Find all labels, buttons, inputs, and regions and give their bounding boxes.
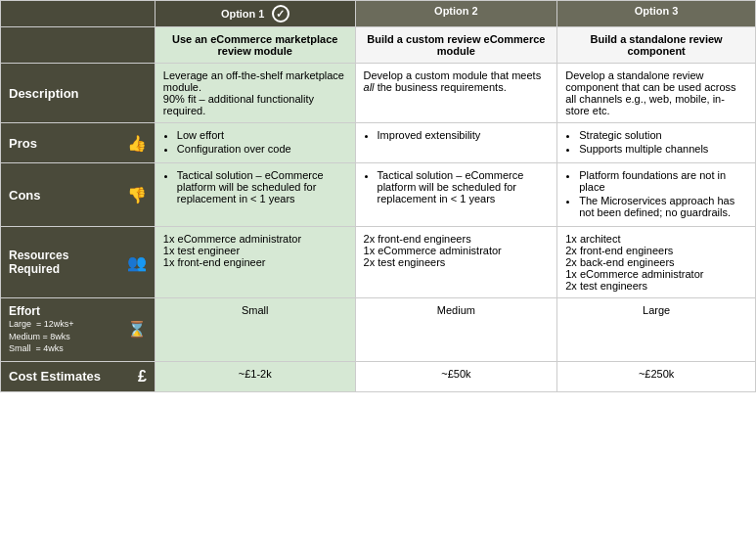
effort-opt2: Medium: [355, 298, 557, 362]
list-item: Platform foundations are not in place: [579, 169, 747, 193]
cons-opt1-list: Tactical solution – eCommerce platform w…: [163, 169, 347, 204]
option2-header-label: Option 2: [434, 5, 478, 17]
pros-opt3: Strategic solution Supports multiple cha…: [557, 123, 756, 163]
subheader-option2: Build a custom review eCommerce module: [355, 27, 557, 64]
effort-opt1-value: Small: [242, 304, 269, 316]
effort-label-cell: Effort Large = 12wks+Medium = 8wksSmall …: [1, 298, 156, 362]
pros-opt1-list: Low effort Configuration over code: [163, 129, 347, 155]
cost-opt3: ~£250k: [557, 361, 756, 391]
description-opt3-text: Develop a standalone review component th…: [565, 69, 735, 116]
cons-opt1: Tactical solution – eCommerce platform w…: [155, 163, 355, 227]
thumbs-up-icon: 👍: [127, 134, 147, 153]
cons-label-cell: Cons 👎: [1, 163, 156, 227]
pros-label: Pros: [9, 136, 37, 151]
option1-checkmark-icon: ✓: [272, 5, 289, 23]
list-item: Tactical solution – eCommerce platform w…: [177, 169, 347, 204]
pros-opt1: Low effort Configuration over code: [155, 123, 355, 163]
effort-opt2-value: Medium: [437, 304, 475, 316]
list-item: The Microservices approach has not been …: [579, 195, 747, 218]
list-item: Supports multiple channels: [579, 143, 747, 155]
pros-opt3-list: Strategic solution Supports multiple cha…: [565, 129, 747, 155]
cost-opt1: ~£1-2k: [155, 361, 355, 391]
resources-opt3-text: 1x architect2x front-end engineers2x bac…: [565, 233, 703, 292]
description-opt2: Develop a custom module that meets all t…: [355, 64, 557, 123]
effort-opt1: Small: [155, 298, 355, 362]
description-opt2-text: Develop a custom module that meets all t…: [364, 69, 542, 93]
description-opt1-text: Leverage an off-the-shelf marketplace mo…: [163, 69, 344, 116]
list-item: Strategic solution: [579, 129, 747, 141]
description-opt3: Develop a standalone review component th…: [557, 64, 756, 123]
description-label-cell: Description: [1, 64, 156, 123]
header-label-cell: [1, 1, 156, 27]
effort-opt3: Large: [557, 298, 756, 362]
option1-header-label: Option 1: [221, 8, 265, 20]
cons-opt2-list: Tactical solution – eCommerce platform w…: [364, 169, 550, 204]
people-icon: 👥: [127, 253, 147, 272]
resources-label: ResourcesRequired: [9, 249, 68, 276]
resources-opt2: 2x front-end engineers1x eCommerce admin…: [355, 227, 557, 298]
effort-opt3-value: Large: [643, 304, 670, 316]
cons-opt3-list: Platform foundations are not in place Th…: [565, 169, 747, 218]
subheader-label-cell: [1, 27, 156, 64]
list-item: Low effort: [177, 129, 347, 141]
cons-opt2: Tactical solution – eCommerce platform w…: [355, 163, 557, 227]
subheader-option2-text: Build a custom review eCommerce module: [367, 33, 545, 57]
subheader-option3-text: Build a standalone review component: [591, 33, 723, 57]
cons-label: Cons: [9, 188, 41, 203]
pros-label-cell: Pros 👍: [1, 123, 156, 163]
pros-opt2: Improved extensibility: [355, 123, 557, 163]
hourglass-icon: ⌛: [127, 320, 147, 339]
list-item: Tactical solution – eCommerce platform w…: [378, 169, 550, 204]
cost-opt2-value: ~£50k: [441, 368, 470, 380]
resources-opt1: 1x eCommerce administrator1x test engine…: [155, 227, 355, 298]
cost-opt1-value: ~£1-2k: [239, 368, 272, 380]
resources-opt3: 1x architect2x front-end engineers2x bac…: [557, 227, 756, 298]
header-option1: Option 1 ✓: [155, 1, 355, 27]
cost-label-cell: Cost Estimates £: [1, 361, 156, 391]
header-option3: Option 3: [557, 1, 756, 27]
list-item: Improved extensibility: [378, 129, 550, 141]
subheader-option1: Use an eCommerce marketplace review modu…: [155, 27, 355, 64]
resources-label-cell: ResourcesRequired 👥: [1, 227, 156, 298]
header-option2: Option 2: [355, 1, 557, 27]
effort-label: Effort: [9, 304, 74, 318]
cons-opt3: Platform foundations are not in place Th…: [557, 163, 756, 227]
cost-opt2: ~£50k: [355, 361, 557, 391]
resources-opt2-text: 2x front-end engineers1x eCommerce admin…: [364, 233, 502, 268]
description-opt1: Leverage an off-the-shelf marketplace mo…: [155, 64, 355, 123]
cost-opt3-value: ~£250k: [639, 368, 674, 380]
option3-header-label: Option 3: [635, 5, 679, 17]
cost-label: Cost Estimates: [9, 369, 101, 384]
pound-icon: £: [138, 368, 147, 385]
subheader-option3: Build a standalone review component: [557, 27, 756, 64]
effort-sub-text: Large = 12wks+Medium = 8wksSmall = 4wks: [9, 318, 74, 355]
resources-opt1-text: 1x eCommerce administrator1x test engine…: [163, 233, 301, 268]
description-label: Description: [9, 86, 79, 101]
list-item: Configuration over code: [177, 143, 347, 155]
pros-opt2-list: Improved extensibility: [364, 129, 550, 141]
subheader-option1-text: Use an eCommerce marketplace review modu…: [172, 33, 337, 57]
thumbs-down-icon: 👎: [127, 186, 147, 204]
